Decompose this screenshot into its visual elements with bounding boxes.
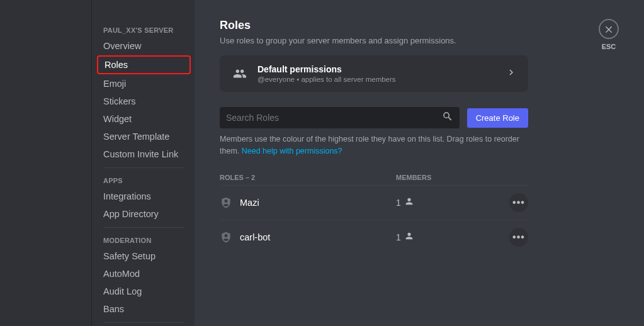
- default-permissions-title: Default permissions: [257, 64, 506, 74]
- person-icon: [404, 196, 414, 208]
- left-gutter: [0, 0, 92, 326]
- settings-sidebar: PAUL_XX'S SERVER Overview Roles Emoji St…: [92, 0, 195, 326]
- roles-table-header: ROLES – 2 MEMBERS: [220, 170, 528, 185]
- sidebar-item-roles[interactable]: Roles: [97, 55, 191, 74]
- divider: [103, 227, 184, 228]
- sidebar-heading-apps: APPS: [97, 173, 191, 188]
- close-label: ESC: [599, 43, 619, 50]
- help-link[interactable]: Need help with permissions?: [242, 147, 342, 155]
- search-input[interactable]: [226, 113, 442, 123]
- person-icon: [404, 231, 414, 243]
- sidebar-item-custom-invite-link[interactable]: Custom Invite Link: [97, 146, 191, 162]
- close-icon: [599, 19, 619, 39]
- default-permissions-subtitle: @everyone • applies to all server member…: [257, 76, 506, 83]
- role-row[interactable]: carl-bot 1 •••: [220, 220, 528, 254]
- role-row[interactable]: Mazi 1 •••: [220, 185, 528, 220]
- page-title: Roles: [220, 19, 619, 32]
- help-text: Members use the colour of the highest ro…: [220, 133, 528, 157]
- role-name: Mazi: [240, 198, 259, 208]
- sidebar-item-stickers[interactable]: Stickers: [97, 93, 191, 110]
- search-icon: [442, 111, 453, 125]
- people-icon: [231, 65, 249, 82]
- role-name: carl-bot: [240, 232, 270, 242]
- sidebar-heading-moderation: MODERATION: [97, 233, 191, 248]
- create-role-button[interactable]: Create Role: [467, 108, 528, 128]
- sidebar-item-bans[interactable]: Bans: [97, 301, 191, 317]
- main-content: ESC Roles Use roles to group your server…: [195, 0, 644, 326]
- member-count: 1: [396, 198, 401, 208]
- chevron-right-icon: [506, 67, 517, 81]
- sidebar-item-overview[interactable]: Overview: [97, 38, 191, 54]
- sidebar-item-safety-setup[interactable]: Safety Setup: [97, 248, 191, 264]
- roles-count-label: ROLES – 2: [220, 174, 396, 181]
- divider: [103, 167, 184, 168]
- shield-icon: [220, 231, 232, 244]
- default-permissions-card[interactable]: Default permissions @everyone • applies …: [220, 55, 528, 92]
- more-button[interactable]: •••: [509, 228, 528, 247]
- sidebar-item-integrations[interactable]: Integrations: [97, 188, 191, 205]
- sidebar-item-automod[interactable]: AutoMod: [97, 266, 191, 282]
- members-label: MEMBERS: [396, 174, 528, 181]
- page-subtitle: Use roles to group your server members a…: [220, 36, 619, 45]
- sidebar-heading-server: PAUL_XX'S SERVER: [97, 23, 191, 38]
- sidebar-item-widget[interactable]: Widget: [97, 111, 191, 127]
- divider: [103, 322, 184, 323]
- member-count: 1: [396, 232, 401, 242]
- search-row: Create Role: [220, 107, 528, 128]
- sidebar-item-audit-log[interactable]: Audit Log: [97, 283, 191, 300]
- sidebar-item-server-template[interactable]: Server Template: [97, 128, 191, 145]
- sidebar-item-app-directory[interactable]: App Directory: [97, 206, 191, 222]
- search-box[interactable]: [220, 107, 460, 128]
- more-button[interactable]: •••: [509, 193, 528, 212]
- shield-icon: [220, 196, 232, 209]
- close-button[interactable]: ESC: [599, 19, 619, 50]
- sidebar-item-emoji[interactable]: Emoji: [97, 76, 191, 92]
